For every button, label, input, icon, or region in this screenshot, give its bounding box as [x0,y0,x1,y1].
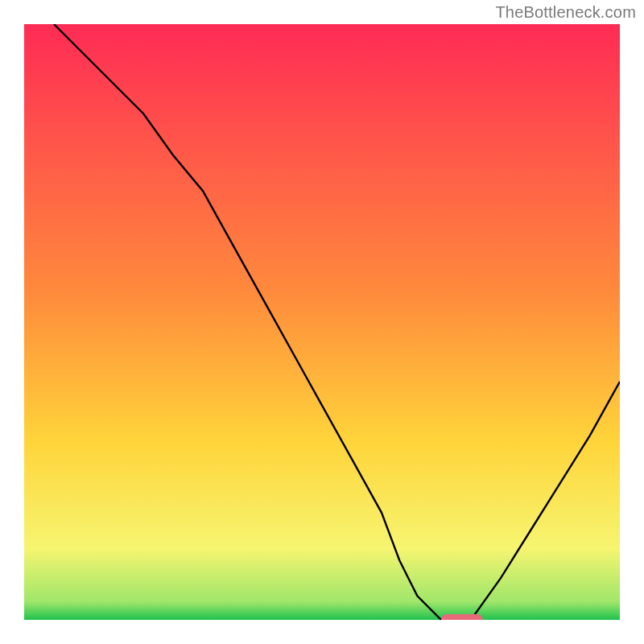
watermark-text: TheBottleneck.com [495,3,636,22]
optimal-point-marker [441,614,483,620]
chart-svg [24,24,620,620]
chart-plot-area [24,24,620,620]
